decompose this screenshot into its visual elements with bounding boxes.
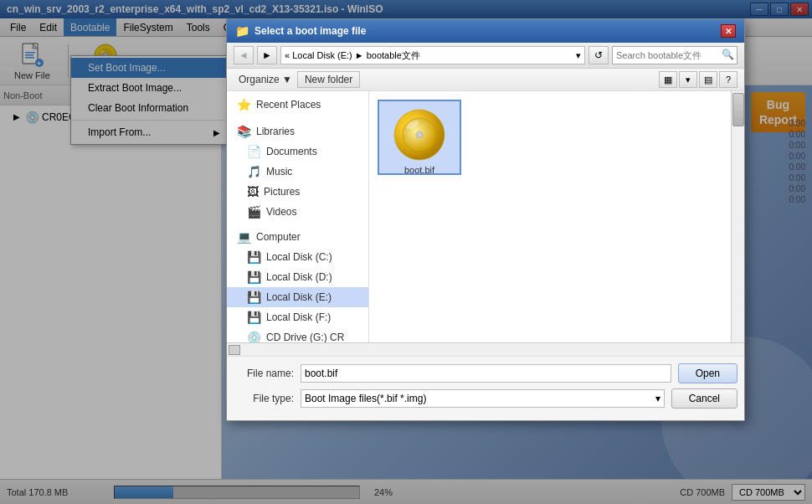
documents-icon: 📄	[247, 145, 261, 158]
libraries-icon: 📚	[237, 125, 251, 138]
view-icons-button[interactable]: ▦	[659, 71, 677, 88]
view-help-button[interactable]: ?	[719, 71, 737, 88]
file-dialog-body: ⭐ Recent Places 📚 Libraries 📄 Documents …	[227, 91, 744, 342]
nav-local-d[interactable]: 💾 Local Disk (D:)	[227, 267, 368, 287]
location-dropdown-icon: ▾	[576, 50, 581, 61]
refresh-button[interactable]: ↺	[588, 46, 609, 64]
nav-local-e[interactable]: 💾 Local Disk (E:)	[227, 287, 368, 307]
location-path: « Local Disk (E:) ► bootable文件	[285, 49, 420, 62]
nav-recent-places[interactable]: ⭐ Recent Places	[227, 95, 368, 115]
file-type-dropdown[interactable]: Boot Image files(*.bif *.img) ▾	[301, 389, 665, 408]
file-type-label: File type:	[234, 393, 301, 404]
nav-documents[interactable]: 📄 Documents	[227, 141, 368, 162]
disk-f-icon: 💾	[247, 311, 261, 324]
scroll-track[interactable]	[731, 91, 744, 342]
dialog-folder-icon: 📁	[235, 24, 249, 38]
recent-places-icon: ⭐	[237, 98, 251, 111]
cd-drive-icon: 💿	[247, 331, 261, 342]
back-button[interactable]: ◄	[234, 46, 254, 64]
search-wrapper: 🔍	[612, 46, 737, 64]
view-details-button[interactable]: ▤	[699, 71, 717, 88]
pictures-icon: 🖼	[247, 185, 259, 198]
file-main-panel: boot.bif	[369, 91, 731, 342]
view-buttons: ▦ ▾ ▤ ?	[659, 71, 737, 88]
disk-d-icon: 💾	[247, 270, 261, 284]
file-name-label: File name:	[234, 368, 301, 379]
svg-point-14	[416, 131, 423, 138]
videos-icon: 🎬	[247, 205, 261, 219]
dialog-close-button[interactable]: ✕	[721, 24, 736, 38]
dialog-title-text: Select a boot image file	[254, 25, 366, 37]
disk-c-icon: 💾	[247, 250, 261, 264]
disk-e-icon: 💾	[247, 291, 261, 304]
view-dropdown-button[interactable]: ▾	[679, 71, 697, 88]
file-name-row: File name: Open	[234, 363, 737, 383]
nav-libraries[interactable]: 📚 Libraries	[227, 121, 368, 141]
horizontal-scrollbar[interactable]	[227, 342, 744, 356]
music-icon: 🎵	[247, 165, 261, 178]
search-input[interactable]	[612, 46, 737, 64]
file-dialog-footer: File name: Open File type: Boot Image fi…	[227, 356, 744, 420]
nav-pictures[interactable]: 🖼 Pictures	[227, 182, 368, 202]
nav-computer[interactable]: 💻 Computer	[227, 227, 368, 247]
file-name-input[interactable]	[301, 364, 671, 383]
dropdown-arrow-icon: ▾	[655, 393, 660, 404]
nav-local-f[interactable]: 💾 Local Disk (F:)	[227, 307, 368, 327]
nav-local-c[interactable]: 💾 Local Disk (C:)	[227, 247, 368, 267]
forward-button[interactable]: ►	[257, 46, 277, 64]
file-content-toolbar: Organize ▼ New folder ▦ ▾ ▤ ?	[227, 69, 744, 91]
computer-icon: 💻	[237, 230, 251, 244]
open-button[interactable]: Open	[678, 363, 737, 383]
cancel-button[interactable]: Cancel	[671, 388, 737, 409]
hscroll-thumb[interactable]	[229, 345, 240, 355]
file-nav-panel: ⭐ Recent Places 📚 Libraries 📄 Documents …	[227, 91, 369, 342]
nav-videos[interactable]: 🎬 Videos	[227, 202, 368, 222]
file-dialog: 📁 Select a boot image file ✕ ◄ ► « Local…	[226, 18, 745, 421]
nav-music[interactable]: 🎵 Music	[227, 162, 368, 182]
file-item-bootbif[interactable]: boot.bif	[378, 100, 461, 175]
file-type-row: File type: Boot Image files(*.bif *.img)…	[234, 388, 737, 409]
file-dialog-toolbar: ◄ ► « Local Disk (E:) ► bootable文件 ▾ ↺ 🔍	[227, 43, 744, 69]
search-icon: 🔍	[722, 49, 734, 60]
location-bar[interactable]: « Local Disk (E:) ► bootable文件 ▾	[280, 46, 585, 64]
nav-cd-drive[interactable]: 💿 CD Drive (G:) CR	[227, 327, 368, 342]
new-folder-button[interactable]: New folder	[297, 71, 360, 88]
organize-button[interactable]: Organize ▼	[234, 72, 297, 87]
bootbif-icon	[393, 108, 446, 162]
bootbif-name: boot.bif	[404, 165, 434, 175]
file-dialog-title-bar: 📁 Select a boot image file ✕	[227, 19, 744, 43]
file-dialog-overlay: 📁 Select a boot image file ✕ ◄ ► « Local…	[0, 0, 812, 504]
scroll-thumb[interactable]	[732, 93, 744, 126]
